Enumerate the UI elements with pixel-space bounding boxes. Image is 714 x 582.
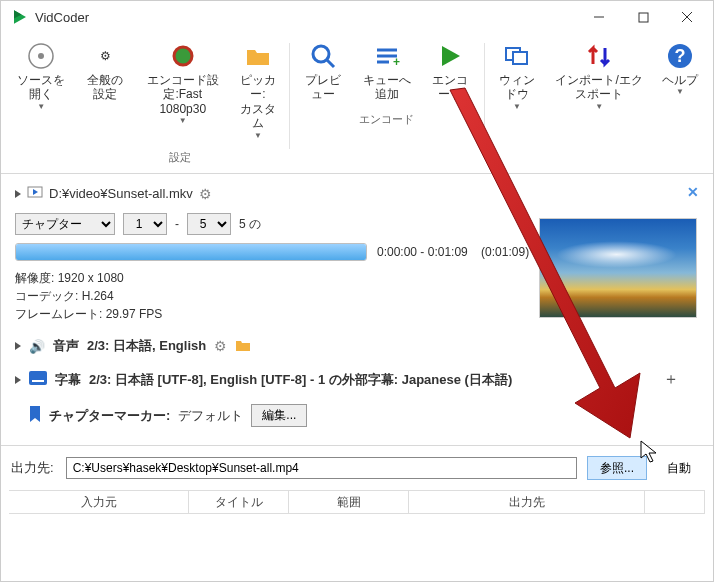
help-button[interactable]: ? ヘルプ ▼ xyxy=(653,37,707,115)
encode-button[interactable]: エンコード xyxy=(421,37,480,106)
svg-text:+: + xyxy=(393,55,400,69)
close-button[interactable] xyxy=(665,1,709,33)
source-path: D:¥video¥Sunset-all.mkv xyxy=(49,186,193,201)
app-logo-icon xyxy=(11,8,29,26)
svg-rect-22 xyxy=(29,371,47,385)
encode-settings-label: エンコード設定:Fast 1080p30 xyxy=(143,73,223,116)
expand-icon[interactable] xyxy=(15,190,21,198)
magnifier-icon xyxy=(308,41,338,71)
add-subtitle-button[interactable]: ＋ xyxy=(663,369,679,390)
import-export-icon xyxy=(584,41,614,71)
col-title: タイトル xyxy=(189,491,289,513)
browse-button[interactable]: 参照... xyxy=(587,456,647,480)
svg-point-9 xyxy=(313,46,329,62)
audio-summary: 2/3: 日本語, English xyxy=(87,337,206,355)
chapter-mode-select[interactable]: チャプター xyxy=(15,213,115,235)
time-range: 0:00:00 - 0:01:09 xyxy=(377,245,468,259)
range-progress[interactable] xyxy=(15,243,367,261)
picker-button[interactable]: ピッカー: カスタム ▼ xyxy=(231,37,285,144)
speaker-icon: 🔊 xyxy=(29,339,45,354)
auto-button[interactable]: 自動 xyxy=(653,456,705,480)
picker-label: ピッカー: カスタム xyxy=(239,73,277,131)
audio-gear-icon[interactable]: ⚙ xyxy=(214,338,227,354)
output-path-input[interactable] xyxy=(66,457,577,479)
chapter-sep: - xyxy=(175,217,179,231)
chapter-to-select[interactable]: 5 xyxy=(187,213,231,235)
gear-icon: ⚙ xyxy=(90,41,120,71)
encode-gear-icon xyxy=(168,41,198,71)
queue-grid-header: 入力元 タイトル 範囲 出力先 xyxy=(9,490,705,514)
preview-button[interactable]: プレビュー xyxy=(294,37,353,106)
play-icon xyxy=(435,41,465,71)
chapter-edit-button[interactable]: 編集... xyxy=(251,404,307,427)
svg-rect-23 xyxy=(32,380,44,382)
source-gear-icon[interactable]: ⚙ xyxy=(199,186,212,202)
list-plus-icon: + xyxy=(372,41,402,71)
toolbar-group-encode-label: エンコード xyxy=(359,106,414,131)
svg-rect-3 xyxy=(639,13,648,22)
col-output: 出力先 xyxy=(409,491,645,513)
subs-heading: 字幕 xyxy=(55,371,81,389)
window-menu-button[interactable]: ウィンドウ ▼ xyxy=(489,37,546,115)
disc-icon xyxy=(26,41,56,71)
svg-point-8 xyxy=(174,47,192,65)
chapter-marker-value: デフォルト xyxy=(178,407,243,425)
audio-folder-icon[interactable] xyxy=(235,338,251,355)
folder-picker-icon xyxy=(243,41,273,71)
preview-label: プレビュー xyxy=(302,73,345,102)
time-total: (0:01:09) xyxy=(481,245,529,259)
help-label: ヘルプ xyxy=(662,73,698,87)
audio-heading: 音声 xyxy=(53,337,79,355)
video-file-icon xyxy=(27,184,43,203)
maximize-button[interactable] xyxy=(621,1,665,33)
open-source-button[interactable]: ソースを開く ▼ xyxy=(7,37,75,115)
global-settings-label: 全般の設定 xyxy=(83,73,126,102)
svg-text:?: ? xyxy=(675,46,686,66)
queue-add-label: キューへ追加 xyxy=(361,73,413,102)
queue-grid-body xyxy=(9,514,705,582)
col-input: 入力元 xyxy=(9,491,189,513)
import-export-label: インポート/エクスポート xyxy=(553,73,645,102)
chapter-marker-label: チャプターマーカー: xyxy=(49,407,170,425)
audio-expand-icon[interactable] xyxy=(15,342,21,350)
chapter-from-select[interactable]: 1 xyxy=(123,213,167,235)
windows-icon xyxy=(502,41,532,71)
svg-line-10 xyxy=(327,60,334,67)
help-icon: ? xyxy=(665,41,695,71)
bookmark-icon xyxy=(29,406,41,425)
svg-point-7 xyxy=(38,53,44,59)
import-export-button[interactable]: インポート/エクスポート ▼ xyxy=(545,37,653,115)
encode-label: エンコード xyxy=(429,73,472,102)
svg-rect-17 xyxy=(513,52,527,64)
close-source-button[interactable]: ✕ xyxy=(687,184,699,200)
subs-expand-icon[interactable] xyxy=(15,376,21,384)
encode-settings-button[interactable]: エンコード設定:Fast 1080p30 ▼ xyxy=(135,37,231,144)
col-range: 範囲 xyxy=(289,491,409,513)
chapter-suffix: 5 の xyxy=(239,216,261,233)
window-menu-label: ウィンドウ xyxy=(497,73,538,102)
window-title: VidCoder xyxy=(35,10,89,25)
subs-summary: 2/3: 日本語 [UTF-8], English [UTF-8] - 1 の外… xyxy=(89,371,512,389)
svg-marker-15 xyxy=(442,46,460,66)
queue-add-button[interactable]: + キューへ追加 xyxy=(353,37,421,106)
output-label: 出力先: xyxy=(9,459,60,477)
open-source-label: ソースを開く xyxy=(15,73,67,102)
subtitle-icon xyxy=(29,371,47,388)
global-settings-button[interactable]: ⚙ 全般の設定 xyxy=(75,37,134,144)
preview-thumbnail[interactable] xyxy=(539,218,697,318)
toolbar-group-settings-label: 設定 xyxy=(169,144,191,169)
minimize-button[interactable] xyxy=(577,1,621,33)
